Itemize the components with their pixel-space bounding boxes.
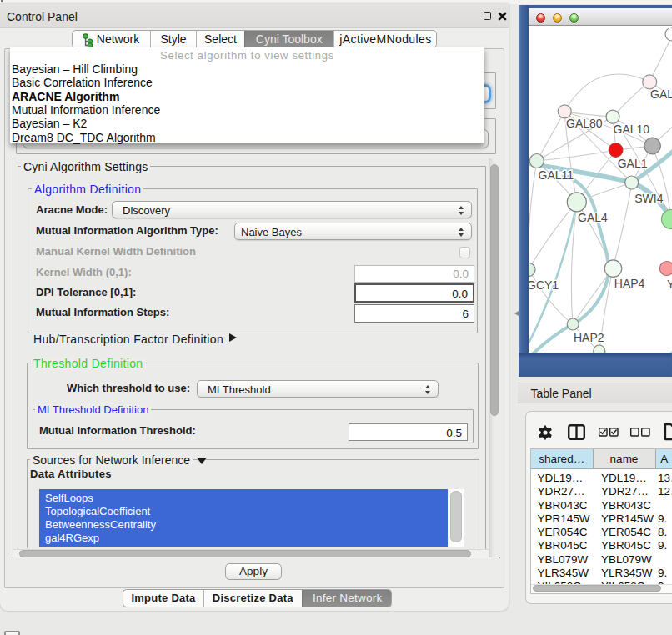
svg-text:GAL2: GAL2 <box>650 88 672 101</box>
svg-text:GAL11: GAL11 <box>539 168 574 182</box>
svg-text:GAL1: GAL1 <box>618 157 648 170</box>
svg-text:YM: YM <box>667 278 672 291</box>
svg-text:SWI4: SWI4 <box>634 192 663 205</box>
svg-text:HAP4: HAP4 <box>614 277 645 290</box>
svg-text:HAP2: HAP2 <box>574 331 604 344</box>
svg-text:GAL80: GAL80 <box>566 117 603 130</box>
svg-text:GCY1: GCY1 <box>529 278 559 292</box>
svg-text:GAL10: GAL10 <box>614 122 650 136</box>
svg-text:GAL4: GAL4 <box>578 211 608 224</box>
